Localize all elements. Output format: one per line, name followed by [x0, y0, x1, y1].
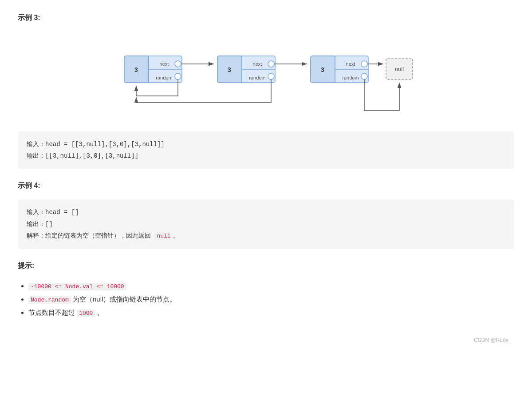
example4-input-label: 输入： [27, 208, 45, 215]
node3-next-label: next [346, 61, 355, 67]
hint-item-2-text: 为空（null）或指向链表中的节点。 [71, 295, 177, 303]
node3-random-label: random [342, 75, 359, 80]
example3-code-block: 输入：head = [[3,null],[3,0],[3,null]] 输出：[… [18, 131, 514, 169]
node3-val: 3 [321, 66, 324, 73]
example4-output-value: [] [45, 221, 53, 228]
example4-explain-code: null [154, 232, 173, 240]
hint-section: 提示: -10000 <= Node.val <= 10000 Node.ran… [18, 261, 514, 319]
node3-next-port [361, 61, 367, 67]
example3-output-label: 输出： [27, 152, 45, 159]
hint-item-3: 节点数目不超过 1000 。 [28, 306, 514, 319]
example4-explain-label: 解释： [27, 232, 45, 239]
example4-explain-line: 解释：给定的链表为空（空指针），因此返回 null。 [27, 230, 505, 242]
example3-title: 示例 3: [18, 13, 514, 23]
hint-item-2-code: Node.random [28, 296, 71, 304]
example4-explain-text: 给定的链表为空（空指针），因此返回 [45, 232, 154, 239]
null-label: null [394, 66, 403, 72]
node1-next-port [175, 61, 181, 67]
example3-input-value: head = [[3,null],[3,0],[3,null]] [45, 141, 165, 148]
node2-random-port [268, 73, 274, 79]
example4-output-label: 输出： [27, 220, 45, 227]
node3-random-port [361, 73, 367, 79]
node1-val: 3 [134, 66, 138, 73]
example3-input-line: 输入：head = [[3,null],[3,0],[3,null]] [27, 139, 505, 150]
node2-next-label: next [252, 61, 262, 67]
hint-list: -10000 <= Node.val <= 10000 Node.random … [18, 279, 514, 319]
example3-output-value: [[3,null],[3,0],[3,null]] [45, 152, 138, 159]
random-arrow-n2-n1 [136, 79, 271, 103]
example4-explain-end: 。 [173, 232, 179, 239]
hint-item-3-code: 1000 [77, 310, 95, 317]
example4-input-line: 输入：head = [] [27, 206, 505, 218]
footer: CSDN @Rudy__ [18, 337, 514, 343]
example4-input-value: head = [] [45, 209, 79, 216]
hint-item-1: -10000 <= Node.val <= 10000 [28, 279, 514, 293]
hint-item-2: Node.random 为空（null）或指向链表中的节点。 [28, 293, 514, 306]
example4-code-block: 输入：head = [] 输出：[] 解释：给定的链表为空（空指针），因此返回 … [18, 199, 514, 249]
node1-next-label: next [159, 61, 169, 67]
node2-next-port [268, 61, 274, 67]
node1-random-label: random [156, 75, 172, 80]
hint-item-3-text: 节点数目不超过 1000 。 [28, 309, 104, 316]
example3-output-line: 输出：[[3,null],[3,0],[3,null]] [27, 150, 505, 162]
example4-title: 示例 4: [18, 181, 514, 191]
example3-input-label: 输入： [27, 140, 45, 147]
example4-output-line: 输出：[] [27, 218, 505, 230]
node2-random-label: random [249, 75, 265, 80]
node1-random-port [175, 73, 181, 79]
diagram-container: 3 next random 3 next random 3 next rando… [18, 32, 514, 120]
hint-item-1-code: -10000 <= Node.val <= 10000 [28, 283, 126, 290]
hint-title: 提示: [18, 261, 514, 270]
linked-list-diagram: 3 next random 3 next random 3 next rando… [111, 32, 422, 120]
node2-val: 3 [228, 66, 231, 73]
random-arrow-n3-null [364, 79, 399, 111]
